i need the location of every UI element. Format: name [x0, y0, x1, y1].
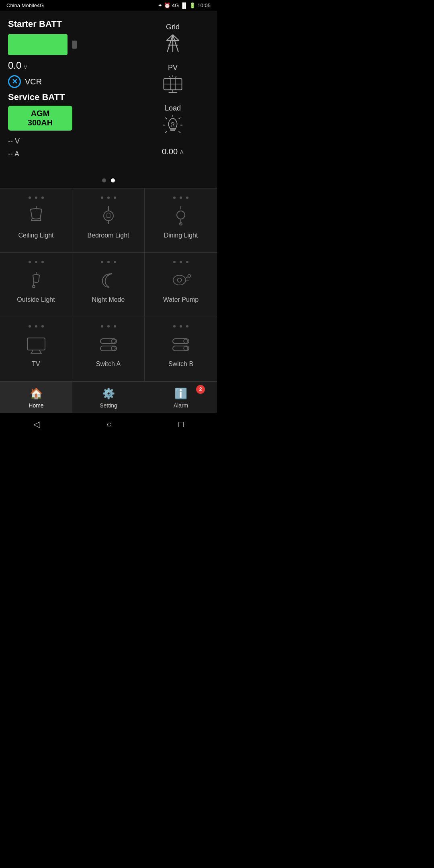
load-label: Load	[165, 104, 181, 113]
status-bar: China Mobile4G ✦ ⏰ 4G ▐▌ 🔋 10:05	[0, 0, 217, 11]
cell-dots	[29, 261, 44, 263]
control-water-pump[interactable]: Water Pump	[145, 253, 217, 317]
pagination	[0, 173, 217, 188]
control-switch-a[interactable]: Switch A	[72, 317, 145, 381]
setting-icon: ⚙️	[102, 387, 115, 400]
vcr-section: ✕ VCR	[8, 75, 137, 88]
tv-label: TV	[32, 360, 40, 368]
nav-alarm[interactable]: ℹ️ 2 Alarm	[145, 382, 217, 413]
svg-point-34	[177, 211, 185, 219]
switch-a-icon	[98, 334, 119, 355]
dining-light-label: Dining Light	[164, 232, 198, 239]
grid-tower-icon	[162, 33, 183, 54]
starter-voltage: 0.0 v	[8, 60, 137, 71]
svg-line-47	[39, 350, 41, 353]
water-pump-label: Water Pump	[163, 296, 199, 303]
bluetooth-icon: ✦	[158, 2, 162, 8]
svg-rect-45	[27, 338, 45, 350]
load-value: 0.00 A	[162, 147, 184, 156]
ceiling-light-icon	[26, 205, 47, 226]
control-outside-light[interactable]: Outside Light	[0, 253, 72, 317]
carrier-label: China Mobile4G	[6, 2, 44, 8]
svg-point-41	[177, 278, 181, 282]
nav-setting[interactable]: ⚙️ Setting	[72, 382, 145, 413]
svg-point-56	[184, 346, 188, 350]
home-label: Home	[29, 402, 43, 409]
bottom-nav: 🏠 Home ⚙️ Setting ℹ️ 2 Alarm	[0, 381, 217, 413]
solar-panel-icon	[162, 74, 183, 94]
vcr-icon: ✕	[8, 75, 21, 88]
cell-dots	[173, 261, 188, 263]
control-switch-b[interactable]: Switch B	[145, 317, 217, 381]
battery-icon: 🔋	[189, 2, 196, 8]
starter-battery-bar	[8, 34, 72, 55]
cell-dots	[173, 197, 188, 199]
svg-line-21	[179, 131, 180, 133]
ceiling-light-label: Ceiling Light	[18, 232, 53, 239]
cell-dots	[29, 197, 44, 199]
tv-icon	[26, 334, 47, 355]
svg-point-50	[111, 339, 115, 343]
alarm-icon: ⏰	[164, 2, 170, 8]
pv-label: PV	[168, 63, 178, 72]
load-item: Load 0.00 A	[161, 104, 185, 156]
controls-grid: Ceiling Light Bedroom Light	[0, 188, 217, 381]
agm-box: AGM 300AH	[8, 106, 72, 131]
control-night-mode[interactable]: Night Mode	[72, 253, 145, 317]
svg-point-54	[184, 339, 188, 343]
svg-point-30	[104, 211, 113, 221]
outside-light-label: Outside Light	[17, 296, 55, 303]
dining-light-icon	[170, 205, 191, 226]
top-panel: Starter BATT 0.0 v ✕ VCR Service BATT AG…	[0, 11, 217, 173]
home-button[interactable]: ○	[106, 419, 112, 430]
cell-dots	[101, 197, 116, 199]
svg-line-14	[175, 76, 176, 78]
system-nav-bar: ◁ ○ □	[0, 413, 217, 434]
starter-batt-title: Starter BATT	[8, 19, 137, 29]
left-panel: Starter BATT 0.0 v ✕ VCR Service BATT AG…	[8, 19, 137, 161]
control-tv[interactable]: TV	[0, 317, 72, 381]
control-bedroom-light[interactable]: Bedroom Light	[72, 188, 145, 253]
vcr-label: VCR	[25, 77, 42, 86]
grid-label: Grid	[166, 23, 180, 31]
back-button[interactable]: ◁	[33, 419, 40, 430]
right-panel: Grid PV	[137, 19, 209, 156]
bedroom-light-icon	[98, 205, 119, 226]
dot-2[interactable]	[111, 178, 115, 182]
svg-line-18	[165, 118, 167, 119]
home-icon: 🏠	[30, 387, 43, 400]
recent-button[interactable]: □	[178, 419, 184, 430]
setting-label: Setting	[100, 402, 117, 409]
time-label: 10:05	[197, 2, 211, 8]
svg-line-22	[165, 131, 167, 133]
svg-point-52	[111, 346, 115, 350]
svg-line-15	[169, 76, 170, 78]
svg-line-46	[31, 350, 33, 353]
cell-dots	[29, 325, 44, 328]
svg-point-40	[173, 275, 186, 285]
bedroom-light-label: Bedroom Light	[87, 232, 129, 239]
dot-1[interactable]	[102, 178, 106, 182]
alarm-nav-icon: ℹ️	[174, 387, 187, 400]
signal-icon: ▐▌	[180, 2, 188, 8]
outside-light-icon	[26, 270, 47, 291]
alarm-badge: 2	[196, 385, 205, 394]
night-mode-label: Night Mode	[92, 296, 125, 303]
svg-point-43	[188, 274, 190, 277]
alarm-label: Alarm	[174, 402, 188, 409]
cell-dots	[101, 325, 116, 328]
battery-fill	[8, 34, 68, 55]
load-bulb-icon	[161, 114, 185, 138]
control-ceiling-light[interactable]: Ceiling Light	[0, 188, 72, 253]
cell-dots	[101, 261, 116, 263]
svg-line-17	[179, 118, 180, 119]
nav-home[interactable]: 🏠 Home	[0, 382, 72, 413]
switch-b-icon	[170, 334, 191, 355]
control-dining-light[interactable]: Dining Light	[145, 188, 217, 253]
switch-b-label: Switch B	[168, 360, 193, 368]
cell-dots	[173, 325, 188, 328]
water-pump-icon	[170, 270, 191, 291]
network-icon: 4G	[172, 2, 179, 8]
service-batt-title: Service BATT	[8, 92, 137, 102]
grid-item: Grid	[162, 23, 183, 59]
